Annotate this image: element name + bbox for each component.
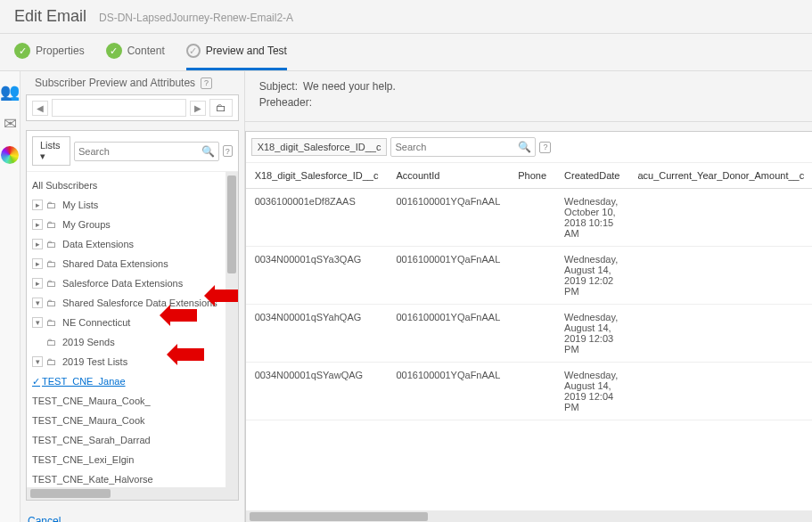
folder-icon[interactable]: 🗀 bbox=[209, 99, 233, 117]
tab-label: Preview and Test bbox=[206, 45, 287, 57]
preheader-label: Preheader: bbox=[259, 96, 312, 109]
search-box[interactable]: 🔍 bbox=[390, 137, 536, 157]
data-table: X18_digit_Salesforce_ID__c AccountId Pho… bbox=[246, 163, 812, 420]
table-cell: Wednesday, August 14, 2019 12:04 PM bbox=[555, 363, 628, 420]
table-cell: 0034N00001qSYahQAG bbox=[246, 305, 388, 363]
horizontal-scrollbar[interactable] bbox=[246, 510, 812, 522]
table-cell: 0016100001YQaFnAAL bbox=[387, 247, 509, 305]
left-rail: 👥 ✉ bbox=[0, 71, 21, 522]
table-cell bbox=[509, 363, 555, 420]
cancel-link[interactable]: Cancel bbox=[28, 515, 61, 522]
table-cell: 0016100001YQaFnAAL bbox=[387, 363, 509, 420]
tree-item[interactable]: TEST_CNE_Lexi_Elgin bbox=[27, 450, 226, 469]
subject-label: Subject: bbox=[259, 80, 298, 93]
subject-bar: Subject: We need your help. Preheader: bbox=[245, 71, 812, 122]
table-row[interactable]: 0034N00001qSYawQAG0016100001YQaFnAALWedn… bbox=[246, 363, 812, 420]
table-row[interactable]: 0034N00001qSYahQAG0016100001YQaFnAALWedn… bbox=[246, 305, 812, 363]
list-search-bar: Lists ▾ 🔍 ? bbox=[27, 131, 238, 172]
table-wrap: X18_digit_Salesforce_ID__c AccountId Pho… bbox=[246, 163, 812, 510]
email-name: DS-DN-LapsedJourney-Renew-Email2-A bbox=[99, 12, 293, 24]
annotation-arrow bbox=[170, 309, 197, 322]
lists-dropdown[interactable]: Lists ▾ bbox=[32, 136, 70, 166]
tab-label: Content bbox=[127, 45, 165, 57]
col-header[interactable]: AccountId bbox=[387, 163, 509, 189]
tab-preview-test[interactable]: ✓ Preview and Test bbox=[186, 43, 287, 70]
table-cell: 0034N00001qSYa3QAG bbox=[246, 247, 388, 305]
panel-header: Subscriber Preview and Attributes ? bbox=[26, 71, 239, 94]
vertical-scrollbar[interactable] bbox=[226, 172, 238, 487]
folder-nav-bar: ◀ ▶ 🗀 bbox=[26, 94, 239, 121]
table-cell: 0016100001YQaFnAAL bbox=[387, 305, 509, 363]
table-cell: 0036100001eDf8ZAAS bbox=[246, 189, 388, 247]
column-filter-dropdown[interactable]: X18_digit_Salesforce_ID__c bbox=[251, 138, 388, 156]
back-icon[interactable]: ◀ bbox=[32, 101, 48, 116]
tree-item[interactable]: TEST_CNE_Maura_Cook bbox=[27, 411, 226, 430]
truncated-indicator: ---------- bbox=[246, 420, 812, 442]
table-cell bbox=[509, 247, 555, 305]
table-cell bbox=[509, 189, 555, 247]
help-icon[interactable]: ? bbox=[201, 77, 212, 89]
data-search-bar: X18_digit_Salesforce_ID__c 🔍 ? bbox=[246, 132, 812, 163]
table-cell bbox=[628, 247, 812, 305]
tab-content[interactable]: ✓ Content bbox=[106, 43, 165, 70]
preview-area: Subject: We need your help. Preheader: X… bbox=[244, 71, 812, 522]
page-title: Edit Email bbox=[14, 7, 86, 26]
table-cell: 0016100001YQaFnAAL bbox=[387, 189, 509, 247]
header-bar: Edit Email DS-DN-LapsedJourney-Renew-Ema… bbox=[0, 0, 812, 34]
subscriber-panel: Lists ▾ 🔍 ? All Subscribers ▸🗀My Lists ▸… bbox=[26, 130, 239, 501]
tree-item[interactable]: TEST_CNE_Kate_Halvorse bbox=[27, 469, 226, 487]
annotation-arrow bbox=[215, 290, 238, 302]
panel-title: Subscriber Preview and Attributes bbox=[35, 77, 195, 89]
col-header[interactable]: acu_Current_Year_Donor_Amount__c bbox=[628, 163, 812, 189]
table-cell: 0034N00001qSYawQAG bbox=[246, 363, 388, 420]
search-input[interactable] bbox=[395, 142, 518, 152]
search-icon[interactable]: 🔍 bbox=[518, 141, 531, 153]
tabs-bar: ✓ Properties ✓ Content ✓ Preview and Tes… bbox=[0, 34, 812, 71]
table-cell: Wednesday, October 10, 2018 10:15 AM bbox=[555, 189, 628, 247]
tree-item-all-subscribers[interactable]: All Subscribers bbox=[27, 175, 226, 195]
col-header[interactable]: Phone bbox=[509, 163, 555, 189]
people-icon[interactable]: 👥 bbox=[0, 82, 20, 102]
check-icon: ✓ bbox=[186, 44, 201, 58]
table-cell bbox=[628, 363, 812, 420]
main-area: 👥 ✉ Subscriber Preview and Attributes ? … bbox=[0, 71, 812, 522]
tree-item-my-groups[interactable]: ▸🗀My Groups bbox=[27, 215, 226, 234]
tree-item-test-cne-janae[interactable]: ✓TEST_CNE_Janae bbox=[27, 371, 226, 391]
check-icon: ✓ bbox=[14, 43, 30, 59]
table-row[interactable]: 0036100001eDf8ZAAS0016100001YQaFnAALWedn… bbox=[246, 189, 812, 247]
tab-properties[interactable]: ✓ Properties bbox=[14, 43, 85, 70]
tree-item-my-lists[interactable]: ▸🗀My Lists bbox=[27, 195, 226, 215]
col-header[interactable]: CreatedDate bbox=[555, 163, 628, 189]
col-header[interactable]: X18_digit_Salesforce_ID__c bbox=[246, 163, 388, 189]
tree-item-data-extensions[interactable]: ▸🗀Data Extensions bbox=[27, 234, 226, 254]
data-panel: X18_digit_Salesforce_ID__c 🔍 ? X18_digit… bbox=[245, 131, 812, 522]
table-cell: Wednesday, August 14, 2019 12:03 PM bbox=[555, 305, 628, 363]
tree-container: All Subscribers ▸🗀My Lists ▸🗀My Groups ▸… bbox=[27, 172, 238, 487]
table-cell bbox=[628, 305, 812, 363]
envelope-icon[interactable]: ✉ bbox=[4, 114, 17, 134]
help-icon[interactable]: ? bbox=[539, 142, 551, 153]
check-icon: ✓ bbox=[106, 43, 122, 59]
table-cell: Wednesday, August 14, 2019 12:02 PM bbox=[555, 247, 628, 305]
help-icon[interactable]: ? bbox=[223, 145, 233, 157]
subject-text: We need your help. bbox=[303, 80, 396, 93]
tab-label: Properties bbox=[36, 45, 85, 57]
forward-icon[interactable]: ▶ bbox=[190, 101, 206, 116]
search-box[interactable]: 🔍 bbox=[74, 142, 219, 161]
horizontal-scrollbar[interactable] bbox=[27, 487, 238, 500]
tree-item[interactable]: TEST_CNE_Sarah_Darrad bbox=[27, 430, 226, 450]
footer: Cancel bbox=[26, 510, 239, 522]
search-icon[interactable]: 🔍 bbox=[201, 145, 215, 158]
colorwheel-icon[interactable] bbox=[1, 146, 19, 164]
annotation-arrow bbox=[177, 348, 204, 361]
table-cell bbox=[509, 305, 555, 363]
tree-item-shared-de[interactable]: ▸🗀Shared Data Extensions bbox=[27, 254, 226, 273]
folder-tree: All Subscribers ▸🗀My Lists ▸🗀My Groups ▸… bbox=[27, 172, 226, 487]
tree-item[interactable]: TEST_CNE_Maura_Cook_ bbox=[27, 391, 226, 411]
table-cell bbox=[628, 189, 812, 247]
search-input[interactable] bbox=[78, 146, 201, 157]
table-row[interactable]: 0034N00001qSYa3QAG0016100001YQaFnAALWedn… bbox=[246, 247, 812, 305]
folder-path[interactable] bbox=[52, 99, 186, 117]
